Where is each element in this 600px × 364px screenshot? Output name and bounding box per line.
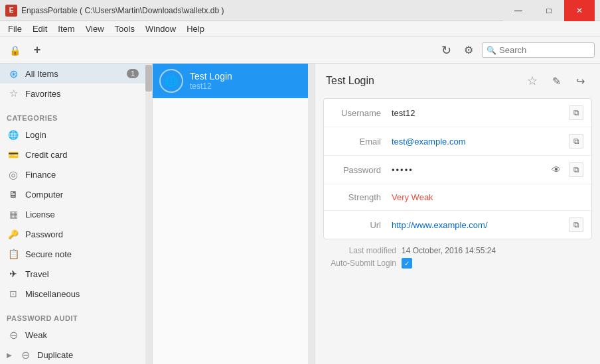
minimize-button[interactable]: — <box>503 0 534 21</box>
last-modified-label: Last modified <box>323 246 396 255</box>
detail-row-username: Username test12 ⧉ <box>324 99 591 127</box>
detail-header: Test Login ☆ ✎ ↪ <box>315 64 600 98</box>
menu-help[interactable]: Help <box>181 23 210 35</box>
last-modified-row: Last modified 14 October, 2016 14:55:24 <box>323 246 592 255</box>
middle-scrollbar[interactable] <box>308 64 315 364</box>
email-copy-button[interactable]: ⧉ <box>569 134 583 149</box>
login-label: Login <box>25 130 139 140</box>
menu-item[interactable]: Item <box>52 23 80 35</box>
detail-content: Username test12 ⧉ Email test@example.com… <box>323 98 592 239</box>
sidebar-scroll-wrapper: ⊛ All Items 1 ☆ Favorites Categories 🌐 L… <box>0 64 152 364</box>
username-copy-button[interactable]: ⧉ <box>569 105 583 120</box>
sidebar-item-license[interactable]: ▦ License <box>0 204 145 224</box>
sidebar-item-all-items[interactable]: ⊛ All Items 1 <box>0 64 145 84</box>
menu-view[interactable]: View <box>80 23 110 35</box>
license-icon: ▦ <box>7 208 20 221</box>
add-button[interactable]: + <box>28 41 46 60</box>
license-label: License <box>25 210 139 219</box>
categories-header: Categories <box>0 109 145 125</box>
detail-title: Test Login <box>326 75 374 87</box>
share-button[interactable]: ↪ <box>571 72 589 90</box>
middle-panel: 🌐 Test Login test12 <box>153 64 315 364</box>
sidebar-item-computer[interactable]: 🖥 Computer <box>0 184 145 204</box>
secure-note-icon: 📋 <box>7 247 20 261</box>
star-button[interactable]: ☆ <box>523 72 542 90</box>
email-label: Email <box>332 137 392 147</box>
url-copy-button[interactable]: ⧉ <box>569 217 583 232</box>
password-label: Password <box>25 229 139 239</box>
refresh-button[interactable]: ↻ <box>437 41 455 60</box>
login-icon: 🌐 <box>7 128 20 141</box>
titlebar-controls: — □ ✕ <box>503 0 595 21</box>
detail-panel: Test Login ☆ ✎ ↪ Username test12 ⧉ Email… <box>315 64 600 364</box>
sidebar-item-weak[interactable]: ⊖ Weak <box>0 325 145 345</box>
computer-label: Computer <box>25 190 139 200</box>
strength-label: Strength <box>332 192 392 202</box>
app-icon: E <box>5 5 17 17</box>
spacer2 <box>0 304 145 309</box>
computer-icon: 🖥 <box>7 188 20 201</box>
sidebar-item-duplicate[interactable]: ▶ ⊖ Duplicate <box>0 345 145 364</box>
miscellaneous-label: Miscellaneous <box>25 289 139 299</box>
password-actions: 👁 ⧉ <box>549 162 583 177</box>
detail-row-url: Url http://www.example.com/ ⧉ <box>324 211 591 239</box>
duplicate-icon: ⊖ <box>19 348 32 361</box>
email-actions: ⧉ <box>569 134 583 149</box>
all-items-count: 1 <box>127 69 139 78</box>
username-value: test12 <box>392 108 569 118</box>
spacer <box>0 103 145 109</box>
duplicate-expand: ▶ <box>7 351 12 359</box>
titlebar-left: E EnpassPortable ( C:\Users\Martin\Downl… <box>5 5 224 17</box>
sidebar-item-miscellaneous[interactable]: ⊡ Miscellaneous <box>0 284 145 304</box>
url-value[interactable]: http://www.example.com/ <box>392 220 569 230</box>
settings-button[interactable]: ⚙ <box>459 41 478 60</box>
menu-window[interactable]: Window <box>140 23 181 35</box>
middle-content: 🌐 Test Login test12 <box>153 64 308 364</box>
auto-submit-label: Auto-Submit Login <box>323 259 396 268</box>
finance-label: Finance <box>25 170 139 180</box>
detail-row-strength: Strength Very Weak <box>324 184 591 211</box>
sidebar-scrollbar[interactable] <box>145 64 152 364</box>
password-value: ••••• <box>392 165 549 175</box>
password-reveal-button[interactable]: 👁 <box>549 162 563 177</box>
sidebar-scroll-thumb <box>145 65 152 91</box>
sidebar-item-finance[interactable]: ◎ Finance <box>0 164 145 184</box>
test-login-text: Test Login test12 <box>190 71 232 91</box>
password-copy-button[interactable]: ⧉ <box>569 162 583 177</box>
favorites-label: Favorites <box>25 89 139 99</box>
close-button[interactable]: ✕ <box>564 0 595 21</box>
credit-card-icon: 💳 <box>7 148 20 161</box>
maximize-button[interactable]: □ <box>534 0 564 21</box>
auto-submit-checkbox[interactable]: ✓ <box>402 258 412 269</box>
menu-tools[interactable]: Tools <box>110 23 140 35</box>
titlebar: E EnpassPortable ( C:\Users\Martin\Downl… <box>0 0 600 21</box>
password-icon: 🔑 <box>7 227 20 241</box>
menu-file[interactable]: File <box>3 23 27 35</box>
menu-edit[interactable]: Edit <box>27 23 52 35</box>
duplicate-label: Duplicate <box>37 350 139 360</box>
credit-card-label: Credit card <box>25 150 139 160</box>
sidebar-item-login[interactable]: 🌐 Login <box>0 125 145 145</box>
sidebar-item-credit-card[interactable]: 💳 Credit card <box>0 145 145 164</box>
sidebar-item-password[interactable]: 🔑 Password <box>0 224 145 244</box>
list-item-test-login[interactable]: 🌐 Test Login test12 <box>153 64 308 99</box>
lock-button[interactable]: 🔒 <box>5 41 24 60</box>
detail-actions: ☆ ✎ ↪ <box>523 72 589 90</box>
test-login-subtitle: test12 <box>190 82 232 91</box>
search-box: 🔍 <box>482 42 595 58</box>
weak-icon: ⊖ <box>7 328 20 341</box>
weak-label: Weak <box>25 330 139 340</box>
travel-label: Travel <box>25 269 139 279</box>
email-value[interactable]: test@example.com <box>392 137 569 147</box>
edit-button[interactable]: ✎ <box>547 72 565 90</box>
strength-value: Very Weak <box>392 192 583 202</box>
sidebar-item-travel[interactable]: ✈ Travel <box>0 264 145 284</box>
sidebar-item-secure-note[interactable]: 📋 Secure note <box>0 244 145 264</box>
detail-footer: Last modified 14 October, 2016 14:55:24 … <box>315 239 600 275</box>
sidebar-content: ⊛ All Items 1 ☆ Favorites Categories 🌐 L… <box>0 64 145 364</box>
sidebar-item-favorites[interactable]: ☆ Favorites <box>0 84 145 103</box>
search-input[interactable] <box>499 45 585 55</box>
all-items-icon: ⊛ <box>7 67 20 80</box>
travel-icon: ✈ <box>7 267 20 280</box>
titlebar-title: EnpassPortable ( C:\Users\Martin\Downloa… <box>21 6 224 15</box>
